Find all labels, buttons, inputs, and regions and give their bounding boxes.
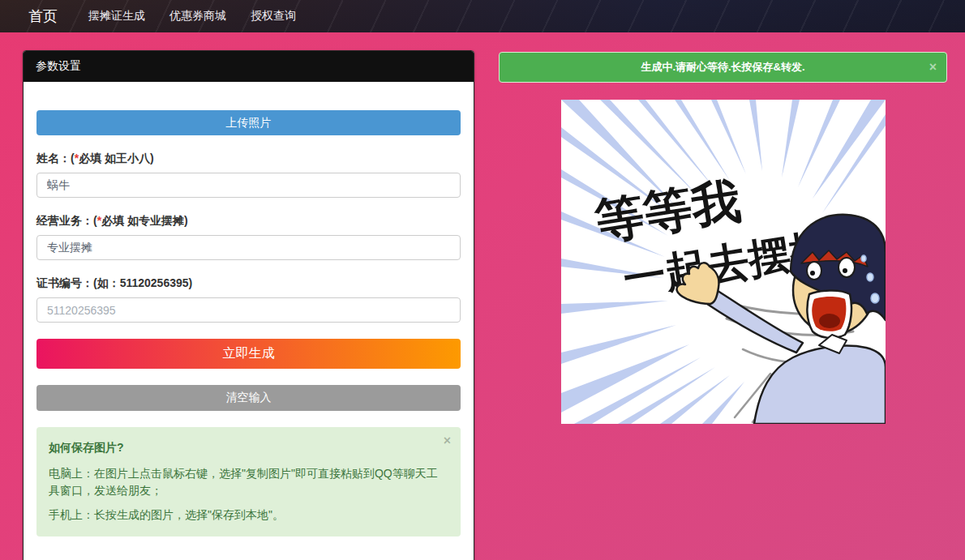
nav-item-cert-generate[interactable]: 摆摊证生成: [88, 9, 145, 24]
generating-alert: 生成中.请耐心等待.长按保存&转发. ×: [499, 52, 947, 83]
generate-button[interactable]: 立即生成: [36, 339, 461, 369]
clear-input-button[interactable]: 清空输入: [36, 385, 461, 411]
save-tip-box: × 如何保存图片? 电脑上：在图片上点击鼠标右键，选择"复制图片"即可直接粘贴到…: [36, 427, 461, 536]
character-pupil-right: [843, 268, 847, 273]
business-input[interactable]: [36, 235, 461, 260]
nav-item-auth-query[interactable]: 授权查询: [251, 9, 296, 24]
tip-close-icon[interactable]: ×: [444, 434, 451, 447]
alert-close-icon[interactable]: ×: [929, 61, 937, 74]
field-business: 经营业务：(*必填 如专业摆摊): [36, 214, 461, 260]
tip-line-pc: 电脑上：在图片上点击鼠标右键，选择"复制图片"即可直接粘贴到QQ等聊天工具窗口，…: [49, 465, 448, 500]
business-label-hint: 必填 如专业摆摊): [101, 214, 188, 227]
top-navbar: 首页 摆摊证生成 优惠券商城 授权查询: [0, 0, 965, 32]
panel-body: 上传照片 姓名：(*必填 如王小八) 经营业务：(*必填 如专业摆摊) 证书编号…: [24, 82, 474, 560]
nav-item-coupon-mall[interactable]: 优惠券商城: [169, 9, 226, 24]
cert-number-label: 证书编号：(如：51120256395): [36, 276, 461, 291]
field-cert-number: 证书编号：(如：51120256395): [36, 276, 461, 323]
alert-text: 生成中.请耐心等待.长按保存&转发.: [641, 60, 804, 75]
field-name: 姓名：(*必填 如王小八): [36, 152, 461, 198]
name-label-hint: 必填 如王小八): [79, 152, 154, 165]
business-label-text: 经营业务：(: [36, 214, 97, 227]
name-input[interactable]: [36, 173, 461, 198]
character-pupil-left: [810, 271, 815, 276]
name-label: 姓名：(*必填 如王小八): [36, 152, 461, 166]
character-eye-left: [807, 262, 821, 280]
upload-photo-button[interactable]: 上传照片: [36, 110, 461, 135]
cert-number-label-text: 证书编号：(如：51120256395): [36, 276, 192, 289]
name-label-text: 姓名：(: [36, 152, 75, 165]
generated-meme-image[interactable]: 等等我 一起去摆摊！: [561, 100, 886, 424]
tip-line-mobile: 手机上：长按生成的图片，选择"保存到本地"。: [49, 507, 448, 524]
nav-brand-home[interactable]: 首页: [28, 6, 58, 26]
tip-title: 如何保存图片?: [49, 439, 448, 457]
cert-number-input[interactable]: [36, 297, 461, 323]
panel-title: 参数设置: [24, 51, 474, 82]
business-label: 经营业务：(*必填 如专业摆摊): [36, 214, 461, 229]
character-throat: [819, 314, 840, 328]
params-panel: 参数设置 上传照片 姓名：(*必填 如王小八) 经营业务：(*必填 如专业摆摊)…: [23, 50, 474, 560]
character-eye-right: [838, 258, 855, 277]
